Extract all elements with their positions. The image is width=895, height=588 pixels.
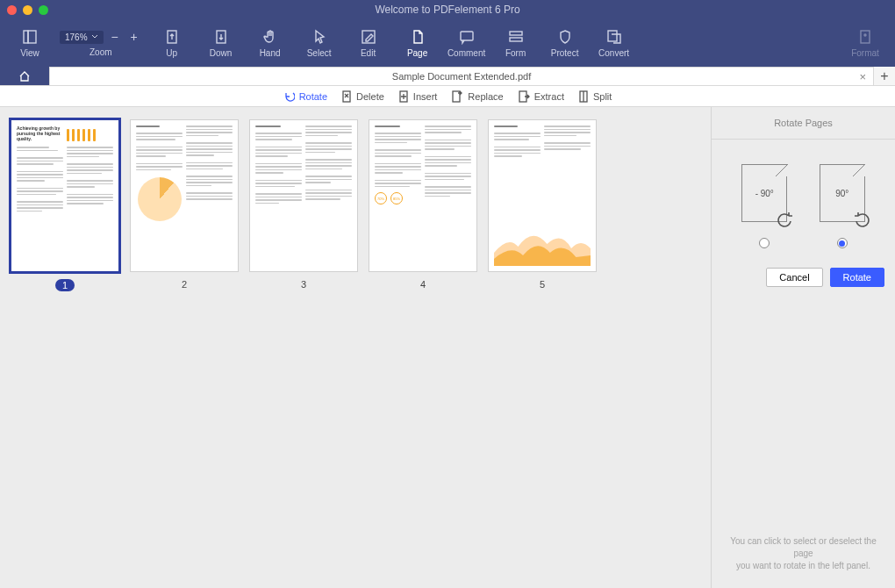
page-number-5: 5: [540, 279, 545, 290]
down-label: Down: [210, 48, 233, 58]
window-close[interactable]: [7, 5, 17, 15]
subbar-rotate-label: Rotate: [299, 91, 327, 102]
rotate-icon: [283, 90, 295, 102]
panel-title: Rotate Pages: [712, 107, 895, 140]
subbar-replace-label: Replace: [468, 91, 503, 102]
zoom-group: 176% − + Zoom: [60, 19, 142, 67]
rotate-button[interactable]: Rotate: [830, 268, 884, 287]
select-button[interactable]: Select: [295, 19, 344, 67]
comment-button[interactable]: Comment: [442, 19, 491, 67]
up-label: Up: [166, 48, 177, 58]
panel-hint: You can click to select or deselect the …: [712, 525, 895, 588]
convert-button[interactable]: Convert: [590, 19, 639, 67]
home-tab[interactable]: [0, 67, 49, 85]
select-label: Select: [307, 48, 332, 58]
page-thumbnail-5[interactable]: 5: [488, 119, 597, 291]
panel-hint-line2: you want to rotate in the left panel.: [724, 560, 883, 572]
edit-label: Edit: [361, 48, 376, 58]
page-number-2: 2: [182, 279, 187, 290]
close-tab-button[interactable]: ×: [859, 70, 866, 83]
cw-icon: [854, 211, 871, 228]
down-button[interactable]: Down: [197, 19, 246, 67]
pages-panel[interactable]: Achieving growth by pursuing the highest…: [0, 107, 711, 588]
subbar-insert[interactable]: Insert: [398, 90, 438, 103]
svg-point-10: [864, 34, 866, 36]
zoom-select[interactable]: 176%: [60, 31, 104, 44]
comment-label: Comment: [448, 48, 485, 58]
panel-hint-line1: You can click to select or deselect the …: [724, 535, 883, 560]
convert-label: Convert: [598, 48, 629, 58]
main-toolbar: View 176% − + Zoom Up Down Hand Select E…: [0, 19, 895, 67]
edit-button[interactable]: Edit: [344, 19, 393, 67]
delete-icon: [341, 90, 352, 103]
protect-label: Protect: [551, 48, 579, 58]
up-button[interactable]: Up: [147, 19, 197, 67]
subbar-rotate[interactable]: Rotate: [283, 90, 327, 102]
rotate-neg90-radio[interactable]: [759, 238, 770, 248]
pie-chart-icon: [138, 177, 182, 221]
svg-rect-9: [861, 31, 870, 43]
view-button[interactable]: View: [5, 19, 54, 67]
page-thumbnail-1[interactable]: Achieving growth by pursuing the highest…: [11, 119, 119, 291]
svg-rect-6: [510, 32, 522, 35]
window-titlebar: Welcome to PDFelement 6 Pro: [0, 0, 895, 19]
page-number-4: 4: [420, 279, 426, 290]
view-label: View: [20, 48, 39, 58]
tab-bar: Sample Document Extended.pdf × +: [0, 67, 895, 86]
subbar-insert-label: Insert: [413, 91, 438, 102]
format-label: Format: [851, 48, 879, 58]
svg-rect-1: [28, 31, 36, 43]
hand-button[interactable]: Hand: [246, 19, 295, 67]
thumb-title-1: Achieving growth by pursuing the highest…: [17, 125, 63, 141]
page-subtoolbar: Rotate Delete Insert Replace Extract Spl…: [0, 86, 895, 107]
subbar-delete-label: Delete: [356, 91, 384, 102]
page-thumbnail-4[interactable]: 70%85% 4: [369, 119, 477, 291]
form-button[interactable]: Form: [491, 19, 541, 67]
svg-rect-7: [510, 38, 522, 41]
rotate-neg90-option[interactable]: - 90°: [741, 164, 787, 248]
page-number-1: 1: [55, 279, 75, 291]
subbar-extract-label: Extract: [534, 91, 564, 102]
subbar-extract[interactable]: Extract: [518, 90, 564, 103]
rotate-pos90-radio[interactable]: [837, 238, 848, 248]
zoom-label: Zoom: [90, 47, 112, 57]
rotate-neg90-label: - 90°: [755, 189, 774, 198]
zoom-value: 176%: [65, 32, 88, 42]
svg-rect-8: [608, 31, 617, 41]
zoom-out-button[interactable]: −: [107, 29, 123, 45]
window-title: Welcome to PDFelement 6 Pro: [0, 4, 895, 16]
svg-rect-11: [343, 91, 350, 102]
document-tab-label: Sample Document Extended.pdf: [392, 71, 531, 82]
protect-button[interactable]: Protect: [541, 19, 590, 67]
subbar-replace[interactable]: Replace: [451, 90, 503, 103]
replace-icon: [451, 90, 463, 103]
ccw-icon: [776, 211, 793, 228]
split-icon: [578, 90, 589, 103]
home-icon: [18, 70, 31, 82]
rotate-pos90-label: 90°: [835, 189, 848, 198]
zoom-in-button[interactable]: +: [126, 29, 142, 45]
add-tab-button[interactable]: +: [874, 67, 895, 85]
hand-label: Hand: [260, 48, 281, 58]
svg-rect-0: [24, 31, 28, 43]
insert-icon: [398, 90, 409, 103]
format-button[interactable]: Format: [841, 19, 890, 67]
extract-icon: [518, 90, 530, 103]
svg-rect-5: [461, 32, 473, 40]
rotate-panel: Rotate Pages - 90° 90° Cancel Rotate: [711, 107, 895, 588]
rotate-pos90-option[interactable]: 90°: [820, 164, 865, 248]
subbar-split[interactable]: Split: [578, 90, 612, 103]
page-thumbnail-2[interactable]: 2: [130, 119, 239, 291]
window-minimize[interactable]: [23, 5, 32, 15]
window-maximize[interactable]: [39, 5, 48, 15]
page-label: Page: [407, 48, 427, 58]
subbar-delete[interactable]: Delete: [341, 90, 384, 103]
page-number-3: 3: [301, 279, 306, 290]
page-thumbnail-3[interactable]: 3: [249, 119, 358, 291]
document-tab[interactable]: Sample Document Extended.pdf ×: [49, 67, 874, 85]
page-button[interactable]: Page: [393, 19, 442, 67]
chevron-down-icon: [91, 33, 98, 40]
subbar-split-label: Split: [593, 91, 612, 102]
form-label: Form: [505, 48, 526, 58]
cancel-button[interactable]: Cancel: [766, 268, 822, 287]
